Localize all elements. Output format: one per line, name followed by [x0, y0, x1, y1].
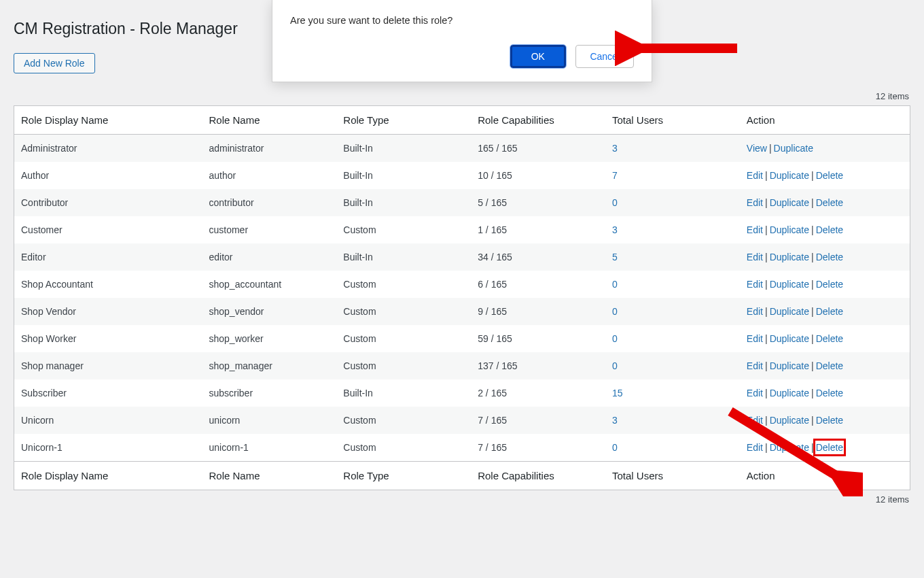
action-duplicate[interactable]: Duplicate	[770, 252, 809, 262]
tf-role-caps[interactable]: Role Capabilities	[471, 462, 605, 490]
action-duplicate[interactable]: Duplicate	[774, 143, 813, 154]
action-separator: |	[765, 306, 768, 317]
action-edit[interactable]: Edit	[747, 306, 763, 317]
cell-display-name: Unicorn	[14, 407, 202, 434]
cell-total-users: 3	[605, 135, 740, 163]
cell-total-users: 5	[605, 243, 740, 271]
th-action[interactable]: Action	[740, 106, 910, 135]
th-role-name[interactable]: Role Name	[202, 106, 336, 135]
tf-role-type[interactable]: Role Type	[336, 462, 471, 490]
cell-role-name: contributor	[202, 189, 336, 216]
action-delete[interactable]: Delete	[816, 333, 843, 344]
action-delete[interactable]: Delete	[816, 170, 843, 181]
table-row: AdministratoradministratorBuilt-In165 / …	[14, 135, 910, 163]
cell-role-name: shop_accountant	[202, 271, 336, 298]
cell-role-caps: 34 / 165	[471, 243, 605, 271]
cell-display-name: Shop manager	[14, 352, 202, 379]
action-delete[interactable]: Delete	[816, 279, 843, 290]
action-duplicate[interactable]: Duplicate	[770, 224, 809, 235]
action-edit[interactable]: Edit	[747, 388, 763, 398]
users-link[interactable]: 0	[612, 197, 618, 208]
action-edit[interactable]: Edit	[747, 170, 763, 181]
action-delete[interactable]: Delete	[816, 252, 843, 262]
cell-role-caps: 1 / 165	[471, 216, 605, 243]
cell-actions: Edit|Duplicate|Delete	[740, 325, 910, 352]
action-delete[interactable]: Delete	[816, 197, 843, 208]
cell-total-users: 0	[605, 271, 740, 298]
cell-role-caps: 137 / 165	[471, 352, 605, 379]
cell-actions: Edit|Duplicate|Delete	[740, 189, 910, 216]
action-edit[interactable]: Edit	[747, 360, 763, 371]
action-edit[interactable]: Edit	[747, 333, 763, 344]
action-duplicate[interactable]: Duplicate	[770, 197, 809, 208]
ok-button[interactable]: OK	[510, 45, 566, 68]
action-separator: |	[811, 279, 814, 290]
cell-role-name: unicorn-1	[202, 434, 336, 462]
th-role-caps[interactable]: Role Capabilities	[471, 106, 605, 135]
users-link[interactable]: 0	[612, 279, 618, 290]
action-duplicate[interactable]: Duplicate	[770, 306, 809, 317]
th-role-type[interactable]: Role Type	[336, 106, 471, 135]
action-delete[interactable]: Delete	[816, 360, 843, 371]
action-edit[interactable]: Edit	[747, 252, 763, 262]
action-separator: |	[811, 224, 814, 235]
table-row: CustomercustomerCustom1 / 1653Edit|Dupli…	[14, 216, 910, 243]
cell-role-name: shop_worker	[202, 325, 336, 352]
cell-role-name: shop_vendor	[202, 298, 336, 325]
action-edit[interactable]: Edit	[747, 224, 763, 235]
dialog-buttons: OK Cancel	[290, 45, 634, 68]
tf-display-name[interactable]: Role Display Name	[14, 462, 202, 490]
action-separator: |	[765, 333, 768, 344]
th-display-name[interactable]: Role Display Name	[14, 106, 202, 135]
table-row: EditoreditorBuilt-In34 / 1655Edit|Duplic…	[14, 243, 910, 271]
annotation-arrow-delete	[720, 401, 863, 496]
cell-role-type: Built-In	[336, 162, 471, 189]
tf-role-name[interactable]: Role Name	[202, 462, 336, 490]
cell-display-name: Unicorn-1	[14, 434, 202, 462]
action-separator: |	[811, 333, 814, 344]
users-link[interactable]: 3	[612, 415, 618, 426]
cell-display-name: Shop Vendor	[14, 298, 202, 325]
action-edit[interactable]: Edit	[747, 279, 763, 290]
table-row: Shop Workershop_workerCustom59 / 1650Edi…	[14, 325, 910, 352]
action-edit[interactable]: Edit	[747, 197, 763, 208]
users-link[interactable]: 3	[612, 224, 618, 235]
cell-role-caps: 165 / 165	[471, 135, 605, 163]
table-row: Shop managershop_managerCustom137 / 1650…	[14, 352, 910, 379]
users-link[interactable]: 15	[612, 388, 623, 398]
cell-role-type: Built-In	[336, 135, 471, 163]
action-duplicate[interactable]: Duplicate	[770, 279, 809, 290]
action-separator: |	[811, 306, 814, 317]
cell-total-users: 0	[605, 189, 740, 216]
action-delete[interactable]: Delete	[816, 224, 843, 235]
users-link[interactable]: 0	[612, 360, 618, 371]
users-link[interactable]: 3	[612, 143, 618, 154]
cell-display-name: Subscriber	[14, 379, 202, 407]
action-delete[interactable]: Delete	[816, 306, 843, 317]
action-separator: |	[811, 388, 814, 398]
action-view[interactable]: View	[747, 143, 767, 154]
th-total-users[interactable]: Total Users	[605, 106, 740, 135]
cell-role-type: Built-In	[336, 379, 471, 407]
action-separator: |	[765, 360, 768, 371]
cell-total-users: 0	[605, 298, 740, 325]
cell-role-caps: 2 / 165	[471, 379, 605, 407]
users-link[interactable]: 0	[612, 442, 618, 453]
action-duplicate[interactable]: Duplicate	[770, 170, 809, 181]
action-duplicate[interactable]: Duplicate	[770, 333, 809, 344]
users-link[interactable]: 0	[612, 306, 618, 317]
annotation-arrow-dialog	[615, 31, 741, 66]
cell-role-caps: 7 / 165	[471, 407, 605, 434]
cell-role-name: unicorn	[202, 407, 336, 434]
cell-display-name: Customer	[14, 216, 202, 243]
users-link[interactable]: 7	[612, 170, 618, 181]
action-duplicate[interactable]: Duplicate	[770, 388, 809, 398]
cell-display-name: Shop Worker	[14, 325, 202, 352]
add-new-role-button[interactable]: Add New Role	[14, 53, 95, 73]
action-delete[interactable]: Delete	[816, 388, 843, 398]
action-duplicate[interactable]: Duplicate	[770, 360, 809, 371]
users-link[interactable]: 0	[612, 333, 618, 344]
users-link[interactable]: 5	[612, 252, 618, 262]
cell-role-name: subscriber	[202, 379, 336, 407]
cell-role-name: shop_manager	[202, 352, 336, 379]
